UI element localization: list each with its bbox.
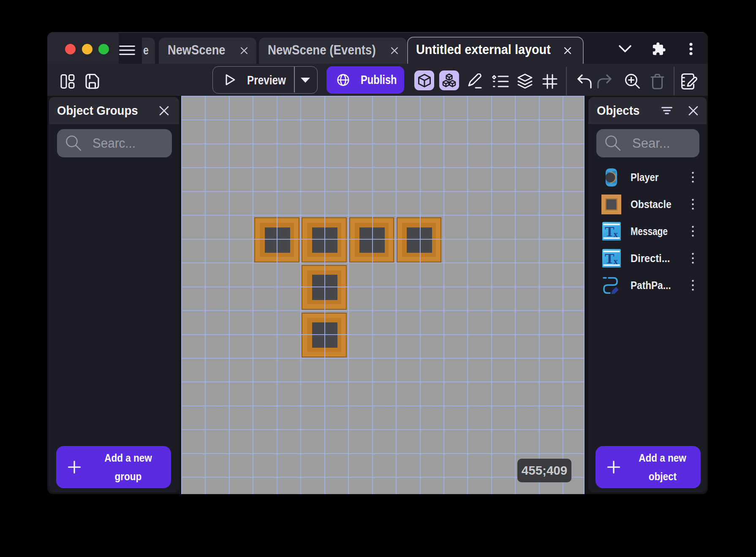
svg-text:x: x	[614, 256, 618, 266]
svg-text:x: x	[614, 229, 618, 239]
